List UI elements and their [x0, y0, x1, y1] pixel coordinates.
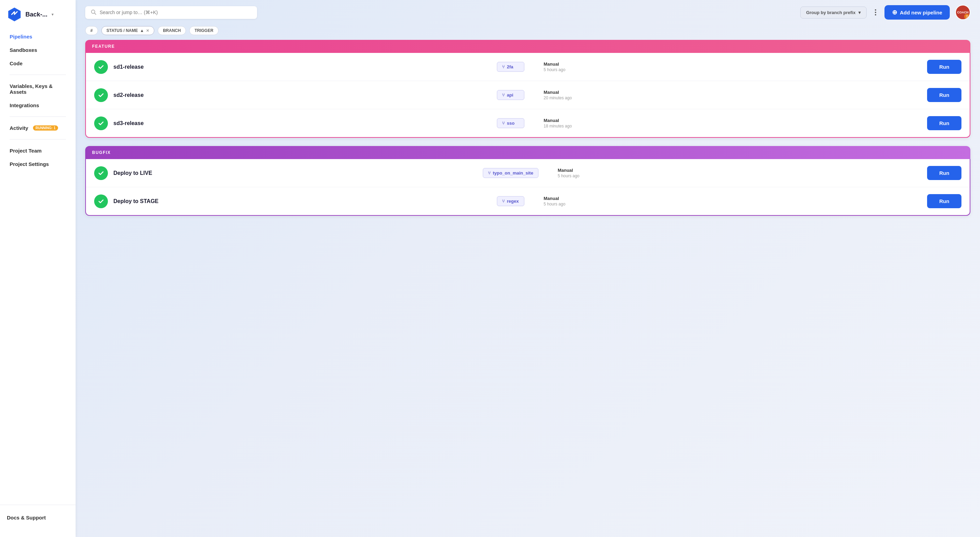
- more-options-button[interactable]: [872, 6, 879, 18]
- avatar-badge: 7: [964, 14, 970, 19]
- activity-running-badge: RUNNING: 1: [33, 126, 58, 130]
- filters-bar: # STATUS / NAME ▲ ✕ BRANCH TRIGGER: [76, 25, 980, 40]
- group-by-chevron-icon: ▾: [858, 10, 861, 15]
- check-icon-sd1: [98, 64, 105, 70]
- pipeline-row-deploy-stage: Deploy to STAGE ⑂ regex Manual 5 hours a…: [86, 187, 970, 215]
- sidebar-item-variables[interactable]: Variables, Keys & Assets: [7, 80, 69, 98]
- sidebar-item-activity[interactable]: Activity RUNNING: 1: [7, 122, 69, 134]
- pipeline-branch-label-sd3: sso: [507, 121, 514, 126]
- status-icon-deploy-live: [94, 166, 108, 180]
- group-label-bugfix: BUGFIX: [92, 150, 111, 155]
- pipeline-branch-sd3[interactable]: ⑂ sso: [497, 118, 524, 128]
- check-icon-deploy-live: [98, 170, 105, 176]
- pipeline-branch-deploy-stage[interactable]: ⑂ regex: [497, 196, 524, 206]
- sidebar-divider-1: [10, 75, 66, 75]
- logo-icon: [7, 7, 22, 22]
- pipeline-branch-label-deploy-live: typo_on_main_site: [493, 170, 533, 176]
- sidebar-logo[interactable]: Back-... ▾: [0, 7, 76, 30]
- group-header-bugfix: BUGFIX: [85, 146, 970, 159]
- sidebar-item-pipelines[interactable]: Pipelines: [7, 30, 69, 43]
- add-pipeline-plus-icon: ⊕: [892, 9, 897, 16]
- sidebar-label-code: Code: [10, 60, 23, 66]
- svg-line-3: [94, 13, 96, 14]
- filter-chip-status-name[interactable]: STATUS / NAME ▲ ✕: [101, 26, 154, 35]
- sidebar-label-docs: Docs & Support: [7, 515, 46, 521]
- search-input[interactable]: [100, 10, 251, 15]
- search-icon: [91, 9, 96, 16]
- pipeline-branch-sd1[interactable]: ⑂ 2fa: [497, 62, 524, 72]
- search-bar[interactable]: [85, 6, 257, 19]
- group-header-feature: FEATURE: [85, 40, 970, 53]
- check-icon-sd2: [98, 92, 105, 99]
- trigger-type-sd2: Manual: [544, 90, 921, 95]
- sidebar: Back-... ▾ Pipelines Sandboxes Code Vari…: [0, 0, 76, 537]
- trigger-time-sd3: 18 minutes ago: [544, 124, 921, 129]
- add-pipeline-button[interactable]: ⊕ Add new pipeline: [885, 5, 950, 19]
- filter-chip-branch[interactable]: BRANCH: [158, 26, 186, 35]
- group-label-feature: FEATURE: [92, 44, 115, 49]
- sidebar-label-project-team: Project Team: [10, 148, 41, 154]
- trigger-time-sd2: 20 minutes ago: [544, 95, 921, 100]
- filter-chip-hash[interactable]: #: [85, 26, 98, 35]
- topbar: Group by branch prefix ▾ ⊕ Add new pipel…: [76, 0, 980, 25]
- status-icon-deploy-stage: [94, 194, 108, 208]
- add-pipeline-label: Add new pipeline: [900, 10, 942, 16]
- filter-close-icon[interactable]: ✕: [146, 29, 149, 33]
- pipeline-row-deploy-live: Deploy to LIVE ⑂ typo_on_main_site Manua…: [86, 159, 970, 187]
- run-button-deploy-stage[interactable]: Run: [927, 194, 961, 208]
- logo-chevron-icon: ▾: [51, 12, 54, 17]
- sidebar-item-project-settings[interactable]: Project Settings: [7, 158, 69, 170]
- sidebar-divider-3: [10, 139, 66, 140]
- pipeline-trigger-sd1: Manual 5 hours ago: [530, 62, 921, 72]
- group-by-button[interactable]: Group by branch prefix ▾: [800, 6, 867, 19]
- branch-icon-deploy-stage: ⑂: [502, 199, 505, 204]
- sidebar-item-project-team[interactable]: Project Team: [7, 144, 69, 157]
- filter-branch-label: BRANCH: [163, 28, 181, 33]
- sidebar-label-activity: Activity: [10, 125, 28, 131]
- sidebar-label-variables: Variables, Keys & Assets: [10, 83, 66, 95]
- trigger-time-sd1: 5 hours ago: [544, 67, 921, 72]
- trigger-type-deploy-live: Manual: [558, 168, 921, 173]
- trigger-type-sd1: Manual: [544, 62, 921, 67]
- sidebar-bottom: Docs & Support: [0, 505, 76, 530]
- run-button-sd1[interactable]: Run: [927, 60, 961, 74]
- filter-trigger-label: TRIGGER: [194, 28, 213, 33]
- filter-status-label: STATUS / NAME: [107, 28, 138, 33]
- sidebar-divider-2: [10, 116, 66, 117]
- pipeline-name-deploy-live[interactable]: Deploy to LIVE: [113, 170, 477, 176]
- sidebar-nav: Pipelines Sandboxes Code Variables, Keys…: [0, 30, 76, 170]
- group-by-label: Group by branch prefix: [806, 10, 856, 15]
- pipeline-name-deploy-stage[interactable]: Deploy to STAGE: [113, 198, 492, 205]
- pipeline-name-sd1[interactable]: sd1-release: [113, 64, 492, 70]
- check-icon-deploy-stage: [98, 198, 105, 205]
- sidebar-item-sandboxes[interactable]: Sandboxes: [7, 44, 69, 56]
- status-icon-sd3: [94, 116, 108, 130]
- sidebar-label-pipelines: Pipelines: [10, 34, 32, 40]
- trigger-time-deploy-live: 5 hours ago: [558, 173, 921, 178]
- run-button-sd3[interactable]: Run: [927, 116, 961, 130]
- trigger-type-deploy-stage: Manual: [544, 196, 921, 201]
- pipeline-branch-deploy-live[interactable]: ⑂ typo_on_main_site: [483, 168, 538, 178]
- pipeline-branch-sd2[interactable]: ⑂ api: [497, 90, 524, 100]
- sidebar-item-docs[interactable]: Docs & Support: [7, 512, 69, 523]
- pipeline-branch-label-sd1: 2fa: [507, 64, 513, 69]
- filter-chip-trigger[interactable]: TRIGGER: [189, 26, 218, 35]
- run-button-deploy-live[interactable]: Run: [927, 166, 961, 180]
- trigger-time-deploy-stage: 5 hours ago: [544, 202, 921, 207]
- branch-icon-deploy-live: ⑂: [488, 170, 491, 176]
- more-dot-1: [875, 9, 876, 11]
- pipeline-row-sd3: sd3-release ⑂ sso Manual 18 minutes ago …: [86, 109, 970, 137]
- pipeline-trigger-sd3: Manual 18 minutes ago: [530, 118, 921, 129]
- filter-hash-label: #: [91, 28, 93, 33]
- pipeline-trigger-deploy-stage: Manual 5 hours ago: [530, 196, 921, 207]
- trigger-type-sd3: Manual: [544, 118, 921, 123]
- pipeline-name-sd2[interactable]: sd2-release: [113, 92, 492, 98]
- pipeline-row-sd2: sd2-release ⑂ api Manual 20 minutes ago …: [86, 81, 970, 109]
- sidebar-item-integrations[interactable]: Integrations: [7, 99, 69, 112]
- sidebar-label-sandboxes: Sandboxes: [10, 47, 37, 53]
- sidebar-item-code[interactable]: Code: [7, 57, 69, 70]
- avatar: COACH 7: [955, 5, 970, 20]
- run-button-sd2[interactable]: Run: [927, 88, 961, 102]
- pipeline-row-sd1: sd1-release ⑂ 2fa Manual 5 hours ago Run: [86, 53, 970, 81]
- pipeline-name-sd3[interactable]: sd3-release: [113, 120, 492, 126]
